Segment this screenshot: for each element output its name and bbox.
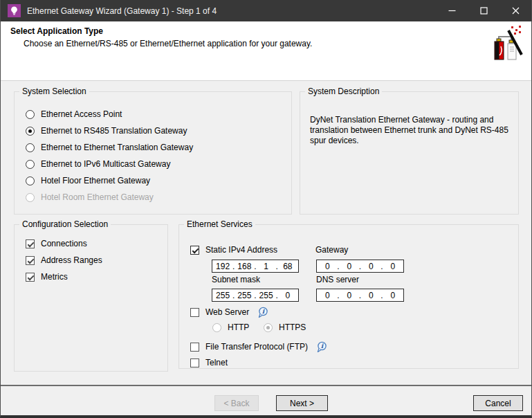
- checkbox-option-row[interactable]: Connections: [26, 235, 167, 252]
- radio-option-row[interactable]: Ethernet to Ethernet Translation Gateway: [26, 139, 291, 156]
- configuration-selection-title: Configuration Selection: [19, 219, 111, 229]
- system-description-text: DyNet Translation Ethernet Gateway - rou…: [310, 115, 513, 146]
- web-server-row[interactable]: Web Server i: [190, 304, 269, 320]
- maximize-button[interactable]: [468, 0, 499, 21]
- ip-octet[interactable]: 255: [214, 291, 232, 300]
- wizard-header: Select Application Type Choose an Ethern…: [1, 21, 531, 81]
- option-label: Ethernet to RS485 Translation Gateway: [41, 126, 187, 136]
- page-subtitle: Choose an Ethernet/RS-485 or Ethernet/Et…: [24, 39, 312, 48]
- window-title: Ethernet Gateway Wizard (Gateway 1) - St…: [27, 6, 217, 16]
- option-label: Hotel Floor Ethernet Gateway: [41, 176, 150, 185]
- ftp-checkbox[interactable]: [190, 343, 199, 352]
- page-title: Select Application Type: [10, 26, 103, 36]
- next-button[interactable]: Next >: [276, 395, 328, 411]
- titlebar: Ethernet Gateway Wizard (Gateway 1) - St…: [1, 0, 531, 21]
- lightbulb-app-icon: [8, 4, 21, 17]
- https-radio: [264, 323, 273, 332]
- web-server-checkbox[interactable]: [190, 308, 199, 317]
- gateway-field[interactable]: 0.0.0.0: [316, 260, 404, 273]
- footer: < Back Next > Cancel: [1, 386, 531, 415]
- static-ipv4-checkbox[interactable]: [190, 246, 199, 255]
- radio-option-row[interactable]: Ethernet to IPv6 Multicast Gateway: [26, 156, 291, 172]
- web-server-info-icon[interactable]: i: [257, 307, 269, 318]
- option-label: Ethernet to IPv6 Multicast Gateway: [41, 159, 170, 169]
- checkbox-icon[interactable]: [26, 256, 35, 265]
- static-ipv4-row[interactable]: Static IPv4 Address: [190, 242, 277, 258]
- ip-octet[interactable]: 0: [384, 291, 403, 300]
- back-button: < Back: [214, 395, 259, 411]
- https-radio-row: HTTPS: [264, 319, 306, 336]
- radio-option-row[interactable]: Ethernet to RS485 Translation Gateway: [26, 122, 291, 139]
- ip-octet[interactable]: 0: [340, 291, 359, 300]
- system-description-title: System Description: [305, 87, 382, 96]
- checkbox-option-row[interactable]: Metrics: [26, 269, 167, 285]
- static-ipv4-label: Static IPv4 Address: [205, 245, 277, 255]
- dns-server-label: DNS server: [316, 275, 359, 284]
- ftp-info-icon[interactable]: i: [315, 341, 328, 353]
- ip-octet[interactable]: 1: [257, 262, 275, 271]
- ip-octet[interactable]: 192: [214, 262, 232, 271]
- ip-octet[interactable]: 0: [362, 291, 380, 300]
- ip-octet[interactable]: 0: [279, 291, 297, 300]
- system-selection-group: System Selection Ethernet Access PointEt…: [14, 87, 292, 215]
- checkbox-icon[interactable]: [26, 273, 35, 282]
- subnet-mask-label: Subnet mask: [212, 275, 260, 284]
- checkbox-option-row[interactable]: Address Ranges: [26, 252, 167, 269]
- option-label: Metrics: [41, 272, 68, 282]
- radio-button-icon: [26, 193, 35, 202]
- system-description-group: System Description DyNet Translation Eth…: [300, 87, 519, 215]
- option-label: Connections: [41, 239, 87, 248]
- http-label: HTTP: [228, 322, 249, 332]
- http-radio-row: HTTP: [212, 319, 249, 336]
- ethernet-services-title: Ethernet Services: [184, 219, 255, 229]
- window-controls: [436, 0, 531, 21]
- gateway-label: Gateway: [315, 245, 348, 255]
- radio-option-row: Hotel Room Ethernet Gateway: [26, 189, 291, 206]
- ip-octet[interactable]: 255: [235, 291, 253, 300]
- minimize-button[interactable]: [436, 0, 468, 21]
- ip-octet[interactable]: 0: [318, 262, 337, 271]
- wizard-content: System Selection Ethernet Access PointEt…: [1, 81, 531, 385]
- wizard-wand-icon: [493, 25, 523, 62]
- wizard-window: Ethernet Gateway Wizard (Gateway 1) - St…: [0, 0, 532, 418]
- radio-button-icon[interactable]: [26, 127, 35, 136]
- telnet-label: Telnet: [205, 358, 228, 367]
- radio-button-icon[interactable]: [26, 110, 35, 119]
- option-label: Ethernet Access Point: [41, 109, 122, 119]
- system-selection-options: Ethernet Access PointEthernet to RS485 T…: [15, 96, 291, 206]
- ip-address-field[interactable]: 192.168.1.68: [212, 260, 299, 273]
- radio-button-icon[interactable]: [26, 176, 35, 185]
- web-server-label: Web Server: [205, 307, 249, 317]
- checkbox-icon[interactable]: [26, 239, 35, 248]
- ftp-row[interactable]: File Transfer Protocol (FTP) i: [190, 338, 328, 355]
- radio-option-row[interactable]: Hotel Floor Ethernet Gateway: [26, 172, 291, 189]
- system-selection-title: System Selection: [19, 87, 89, 96]
- ip-octet[interactable]: 68: [279, 262, 297, 271]
- ip-octet[interactable]: 255: [257, 291, 275, 300]
- cancel-button[interactable]: Cancel: [473, 395, 523, 411]
- radio-option-row[interactable]: Ethernet Access Point: [26, 106, 291, 122]
- radio-button-icon[interactable]: [26, 160, 35, 169]
- ip-octet[interactable]: 0: [318, 291, 337, 300]
- configuration-selection-group: Configuration Selection ConnectionsAddre…: [14, 219, 168, 372]
- http-radio: [212, 323, 221, 332]
- configuration-options: ConnectionsAddress RangesMetrics: [15, 229, 167, 285]
- ethernet-services-group: Ethernet Services Static IPv4 Address Ga…: [178, 219, 519, 369]
- dns-server-field[interactable]: 0.0.0.0: [316, 289, 404, 302]
- telnet-checkbox[interactable]: [190, 358, 199, 367]
- close-button[interactable]: [499, 0, 531, 21]
- telnet-row[interactable]: Telnet: [190, 354, 228, 371]
- subnet-mask-field[interactable]: 255.255.255.0: [212, 289, 299, 302]
- ftp-label: File Transfer Protocol (FTP): [205, 342, 308, 352]
- ip-octet[interactable]: 168: [235, 262, 253, 271]
- ip-octet[interactable]: 0: [384, 262, 403, 271]
- ip-octet[interactable]: 0: [340, 262, 359, 271]
- radio-button-icon[interactable]: [26, 143, 35, 152]
- option-label: Hotel Room Ethernet Gateway: [41, 192, 154, 202]
- option-label: Address Ranges: [41, 255, 102, 265]
- https-label: HTTPS: [279, 322, 306, 332]
- ip-octet[interactable]: 0: [362, 262, 380, 271]
- option-label: Ethernet to Ethernet Translation Gateway: [41, 143, 193, 152]
